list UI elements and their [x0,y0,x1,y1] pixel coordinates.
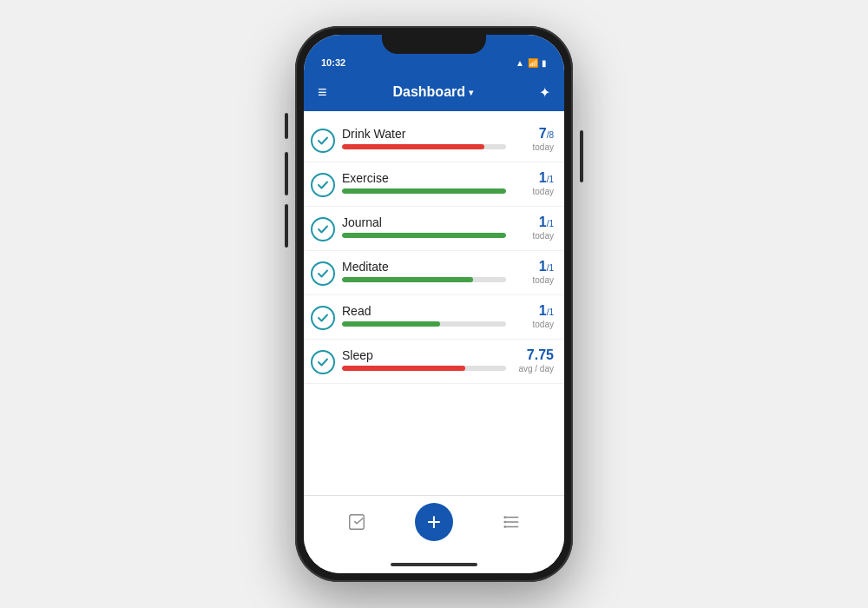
habit-stat: 7.75 avg / day [515,348,554,373]
home-indicator [304,556,564,573]
habit-body: Meditate [342,260,506,282]
plus-icon: + [427,510,441,534]
habit-stat: 1/1 today [515,260,554,285]
side-button-vol-down [285,204,288,248]
habit-name: Read [342,304,506,318]
side-button-power [580,130,583,182]
habit-check-icon[interactable] [311,306,335,330]
habit-bar [342,144,484,149]
habit-bar [342,366,465,371]
habit-bar-container [342,144,506,149]
habit-label: today [515,187,554,196]
side-button-vol-up [285,152,288,195]
list-item[interactable]: Read 1/1 today [304,295,564,340]
habit-check-icon[interactable] [311,261,335,286]
habit-bar [342,233,506,238]
habit-name: Sleep [342,348,506,362]
habit-bar-container [342,321,506,327]
habit-stat: 7/8 today [515,127,554,152]
habit-bar-container [342,366,506,371]
habit-body: Sleep [342,348,506,371]
habit-body: Journal [342,215,506,238]
checklist-tab[interactable] [343,508,371,536]
habit-stat: 1/1 today [515,215,554,241]
list-item[interactable]: Drink Water 7/8 today [304,118,564,162]
list-item[interactable]: Journal 1/1 today [304,207,564,251]
habit-bar-container [342,233,506,238]
habit-stat: 1/1 today [515,171,554,196]
status-icons: ▲ 📶 ▮ [516,58,547,68]
wifi-icon: 📶 [528,58,538,68]
habit-check-icon[interactable] [311,217,335,241]
add-button[interactable]: + [415,503,453,541]
habit-stat: 1/1 today [515,304,554,329]
habit-check-icon[interactable] [311,350,335,374]
habit-label: today [515,142,554,152]
habit-value: 1/1 [515,260,554,274]
edit-icon[interactable]: ✦ [539,84,550,101]
habit-check-icon[interactable] [311,173,335,197]
signal-icon: ▲ [516,58,524,68]
habit-label: avg / day [515,364,554,373]
habit-label: today [515,320,554,329]
list-item[interactable]: Meditate 1/1 today [304,251,564,295]
status-time: 10:32 [321,57,345,68]
svg-rect-0 [350,514,365,529]
list-item[interactable]: Sleep 7.75 avg / day [304,340,564,384]
habit-name: Drink Water [342,127,506,141]
habit-name: Journal [342,215,506,229]
habit-value: 1/1 [515,215,554,229]
habit-value: 1/1 [515,304,554,318]
habit-body: Read [342,304,506,327]
side-button-silent [285,113,288,139]
bottom-nav: + [304,495,564,556]
battery-icon: ▮ [542,58,547,68]
phone-screen: 10:32 ▲ 📶 ▮ ≡ Dashboard ▾ ✦ D [304,35,564,573]
habit-label: today [515,275,554,285]
header-title-text: Dashboard [392,84,465,100]
habit-list: Drink Water 7/8 today Exercise [304,111,564,495]
notch [382,35,486,54]
list-item[interactable]: Exercise 1/1 today [304,162,564,207]
habit-name: Meditate [342,260,506,274]
chevron-down-icon: ▾ [469,88,473,97]
habit-check-icon[interactable] [311,129,335,153]
habit-value: 1/1 [515,171,554,185]
habit-body: Exercise [342,171,506,194]
habit-label: today [515,231,554,241]
home-bar [391,563,477,566]
habit-name: Exercise [342,171,506,185]
habit-bar-container [342,188,506,194]
habit-body: Drink Water [342,127,506,149]
habit-value: 7/8 [515,127,554,141]
list-tab[interactable] [497,508,525,536]
habit-value: 7.75 [515,348,554,362]
habit-bar-container [342,277,506,282]
header-title-area[interactable]: Dashboard ▾ [392,84,473,100]
phone-frame: 10:32 ▲ 📶 ▮ ≡ Dashboard ▾ ✦ D [295,26,573,582]
habit-bar [342,188,506,194]
menu-button[interactable]: ≡ [318,84,327,100]
app-header: ≡ Dashboard ▾ ✦ [304,73,564,111]
habit-bar [342,321,440,327]
habit-bar [342,277,473,282]
